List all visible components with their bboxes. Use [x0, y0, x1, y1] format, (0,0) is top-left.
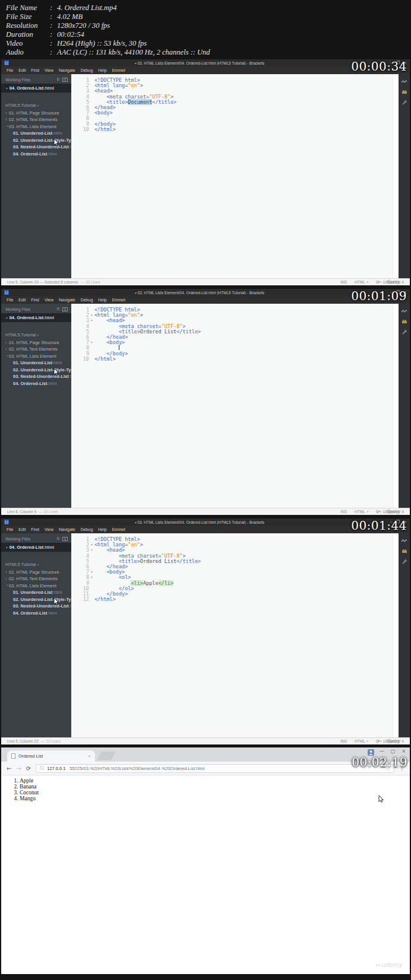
wrench-icon[interactable]: [401, 100, 407, 106]
tree-file[interactable]: 01. Unordered-List.html: [1, 590, 71, 597]
mouse-cursor: [378, 795, 384, 803]
minimize-icon[interactable]: —: [380, 749, 384, 754]
project-switcher[interactable]: HTML5 Tutorial ▾: [1, 560, 71, 569]
browser-tab[interactable]: Ordered List ×: [7, 750, 95, 762]
tree-folder[interactable]: ›02. HTML Text Elements: [1, 117, 71, 124]
tab-close-icon[interactable]: ×: [88, 753, 91, 759]
tree-folder[interactable]: ›03. HTML Lists Element: [1, 353, 71, 360]
wrench-icon[interactable]: [401, 330, 407, 335]
menu-item-emmet[interactable]: Emmet: [112, 527, 125, 532]
menu-item-view[interactable]: View: [45, 298, 53, 302]
menu-item-find[interactable]: Find: [31, 68, 39, 72]
code-area[interactable]: 1<!DOCTYPE html>2<html lang="en">3<head>…: [71, 74, 393, 278]
menu-item-edit[interactable]: Edit: [18, 68, 26, 72]
tree-folder[interactable]: ›03. HTML Lists Element: [1, 583, 71, 590]
chrome-window: 00:02:19 Ordered List × — □ × ← → ⟳ ⓘ 12…: [1, 747, 410, 972]
tree-folder[interactable]: ›03. HTML Lists Element: [1, 123, 71, 131]
menu-item-navigate[interactable]: Navigate: [59, 68, 75, 72]
tree-file[interactable]: 04. Ordered-List.html: [1, 610, 71, 617]
code-area[interactable]: 1<!DOCTYPE html>2▾<html lang="en">3▾ <he…: [71, 304, 393, 508]
menu-item-debug[interactable]: Debug: [81, 298, 93, 302]
back-icon[interactable]: ←: [7, 765, 11, 772]
live-preview-icon[interactable]: [401, 539, 407, 543]
tree-folder[interactable]: ›02. HTML Text Elements: [1, 346, 71, 354]
gear-icon[interactable]: ⚙: [56, 77, 60, 82]
tree-file[interactable]: 01. Unordered-List.html: [1, 131, 71, 138]
menu-item-debug[interactable]: Debug: [81, 68, 93, 72]
tree-file[interactable]: 02. Unordered-List-Style-Type.html: [1, 596, 71, 603]
status-insert-mode[interactable]: INS: [340, 510, 347, 514]
code-token-str: "en": [128, 542, 140, 548]
url-bar[interactable]: ⓘ 127.0.0.1:55225/03.%20HTML%20Lists%20E…: [36, 764, 394, 773]
menu-item-edit[interactable]: Edit: [18, 527, 26, 532]
tree-folder[interactable]: ›01. HTML Page Structure: [1, 110, 71, 117]
fold-gutter: [89, 345, 94, 351]
tree-file[interactable]: 04. Ordered-List.html: [1, 380, 71, 387]
status-language-selector[interactable]: HTML ▾: [355, 510, 368, 514]
editor-scrollbar[interactable]: [393, 304, 399, 508]
code-area[interactable]: 1<!DOCTYPE html>2▾<html lang="en">3▾ <he…: [71, 533, 393, 737]
menu-item-view[interactable]: View: [45, 68, 53, 72]
live-preview-icon[interactable]: [401, 309, 407, 313]
live-preview-icon[interactable]: [401, 79, 407, 84]
project-switcher[interactable]: HTML5 Tutorial ▾: [1, 101, 71, 110]
status-language-selector[interactable]: HTML ▾: [355, 739, 368, 743]
new-tab-button[interactable]: [97, 752, 115, 760]
tree-file[interactable]: 03. Nested-Unordered-List.html: [1, 374, 71, 381]
menu-item-help[interactable]: Help: [98, 527, 106, 532]
status-bar: Line 5, Column 20 — Selected 8 columns —…: [1, 278, 410, 285]
tree-folder[interactable]: ›02. HTML Text Elements: [1, 576, 71, 583]
split-view-icon[interactable]: [62, 537, 68, 541]
editor-scrollbar[interactable]: [393, 533, 399, 737]
file-tree: ›01. HTML Page Structure›02. HTML Text E…: [1, 110, 71, 158]
forward-icon[interactable]: →: [16, 765, 21, 772]
menu-item-navigate[interactable]: Navigate: [59, 527, 75, 532]
menu-item-emmet[interactable]: Emmet: [112, 298, 125, 302]
close-icon[interactable]: ×: [401, 749, 406, 754]
editor-scrollbar[interactable]: [393, 74, 399, 278]
menu-item-debug[interactable]: Debug: [81, 527, 93, 532]
project-switcher[interactable]: HTML5 Tutorial ▾: [1, 330, 71, 339]
gear-icon[interactable]: ⚙: [56, 307, 60, 311]
menu-item-navigate[interactable]: Navigate: [59, 298, 75, 302]
tree-file[interactable]: 03. Nested-Unordered-List.html: [1, 144, 71, 151]
tree-file-name: 01. Unordered-List: [13, 131, 52, 136]
maximize-icon[interactable]: □: [391, 749, 396, 754]
menu-item-find[interactable]: Find: [31, 298, 39, 302]
menu-item-edit[interactable]: Edit: [18, 298, 26, 302]
tree-file[interactable]: 03. Nested-Unordered-List.html: [1, 603, 71, 610]
menu-item-file[interactable]: File: [7, 527, 13, 532]
tree-file[interactable]: 01. Unordered-List.html: [1, 360, 71, 367]
menu-item-emmet[interactable]: Emmet: [112, 68, 125, 72]
status-insert-mode[interactable]: INS: [340, 739, 347, 743]
tree-folder[interactable]: ›01. HTML Page Structure: [1, 339, 71, 346]
tree-file[interactable]: 04. Ordered-List.html: [1, 151, 71, 158]
working-file-item-active[interactable]: •04. Ordered-List.html: [1, 313, 71, 322]
menu-item-file[interactable]: File: [7, 298, 13, 302]
tree-file[interactable]: 02. Unordered-List-Style-Type.html: [1, 367, 71, 374]
status-language-selector[interactable]: HTML ▾: [355, 280, 368, 284]
refresh-icon[interactable]: ⟳: [26, 765, 31, 772]
split-view-icon[interactable]: [62, 78, 68, 82]
brackets-app-icon: []: [4, 290, 9, 295]
wrench-icon[interactable]: [401, 559, 407, 565]
menu-item-view[interactable]: View: [45, 527, 53, 532]
extension-manager-icon[interactable]: [401, 549, 407, 553]
extension-manager-icon[interactable]: [401, 90, 407, 94]
menu-item-help[interactable]: Help: [98, 298, 106, 302]
status-insert-mode[interactable]: INS: [340, 280, 347, 284]
gear-icon[interactable]: ⚙: [56, 536, 60, 541]
menu-item-file[interactable]: File: [7, 68, 13, 72]
timestamp-overlay: 00:02:19: [352, 755, 407, 769]
working-file-item-active[interactable]: •04. Ordered-List.html: [1, 543, 71, 552]
working-file-item-active[interactable]: •04. Ordered-List.html: [1, 84, 71, 93]
extension-manager-icon[interactable]: [401, 319, 407, 324]
info-icon[interactable]: ⓘ: [40, 765, 44, 771]
chevron-down-icon: ▾: [37, 563, 39, 567]
tree-folder[interactable]: ›01. HTML Page Structure: [1, 569, 71, 576]
tree-folder-label: 03. HTML Lists Element: [9, 583, 56, 588]
menu-item-help[interactable]: Help: [98, 68, 106, 72]
menu-item-find[interactable]: Find: [31, 527, 39, 532]
split-view-icon[interactable]: [62, 307, 68, 311]
tree-file[interactable]: 02. Unordered-List-Style-Type.html: [1, 137, 71, 144]
